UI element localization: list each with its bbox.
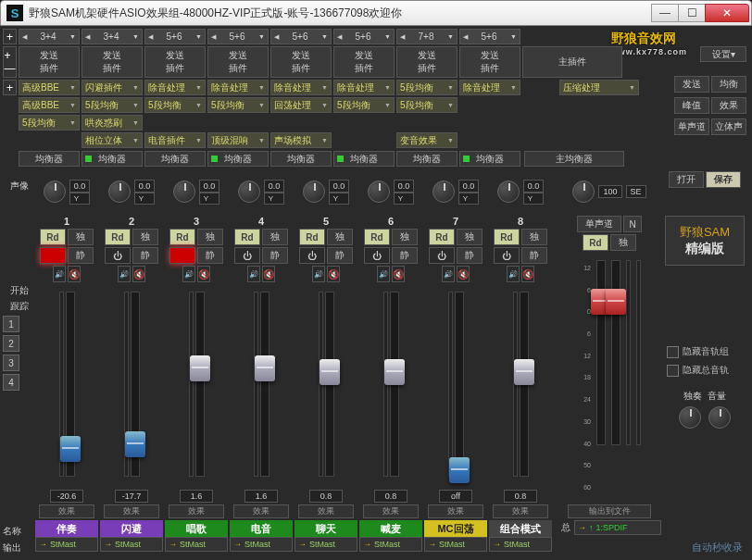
io-select-2[interactable]: ◀3+4▼: [81, 29, 143, 44]
rec-button-3[interactable]: [169, 247, 195, 264]
fx-button-7[interactable]: 效果: [428, 504, 483, 518]
track-num-4[interactable]: 4: [3, 374, 19, 391]
fx-slot-1-2[interactable]: 5段均衡▼: [19, 115, 80, 131]
fx-slot-2-3[interactable]: 相位立体▼: [81, 132, 143, 148]
mute-icon[interactable]: 🔇: [521, 266, 534, 282]
pan-knob-8[interactable]: [497, 180, 520, 203]
channel-output-3[interactable]: StMast: [165, 537, 228, 552]
fx-slot-3-3[interactable]: 电音插件▼: [144, 132, 206, 148]
mute-button-6[interactable]: 静: [392, 247, 418, 264]
rec-button-6[interactable]: ⏻: [364, 247, 390, 264]
eq-toggle-2[interactable]: 均衡器: [81, 151, 143, 167]
send-plugin-3[interactable]: 发送插件: [144, 46, 206, 78]
fx-slot-4-1[interactable]: 5段均衡▼: [207, 97, 269, 113]
fx-slot-3-0[interactable]: 除音处理▼: [144, 80, 206, 95]
master-solo-button[interactable]: 独: [610, 234, 636, 251]
fx-add-0[interactable]: +: [3, 80, 17, 95]
mute-icon[interactable]: 🔇: [262, 266, 275, 282]
master-fader-r[interactable]: [611, 260, 620, 445]
fx-slot-7-3[interactable]: 变音效果▼: [396, 132, 457, 148]
fx-slot-2-2[interactable]: 哄炎惑刷▼: [81, 115, 143, 131]
rec-button-1[interactable]: [40, 247, 66, 264]
io-select-7[interactable]: ◀7+8▼: [396, 29, 457, 44]
track-num-2[interactable]: 2: [3, 335, 19, 352]
channel-output-6[interactable]: StMast: [359, 537, 422, 552]
rd-button-7[interactable]: Rd: [429, 229, 455, 245]
rec-button-2[interactable]: ⏻: [105, 247, 131, 264]
eq-toggle-8[interactable]: 均衡器: [459, 151, 520, 167]
pan-knob-2[interactable]: [108, 180, 131, 203]
mute-button-3[interactable]: 静: [197, 247, 223, 264]
fx-button-2[interactable]: 效果: [104, 504, 159, 518]
io-select-4[interactable]: ◀5+6▼: [207, 29, 269, 44]
speaker-icon[interactable]: 🔊: [118, 266, 131, 282]
fader-8[interactable]: [520, 292, 529, 477]
solo-button-7[interactable]: 独: [457, 229, 483, 245]
mute-button-1[interactable]: 静: [68, 247, 94, 264]
channel-name-4[interactable]: 电音: [230, 520, 293, 537]
io-select-6[interactable]: ◀5+6▼: [333, 29, 395, 44]
channel-name-3[interactable]: 唱歌: [165, 520, 228, 537]
send-plugin-6[interactable]: 发送插件: [333, 46, 395, 78]
rbtn-4[interactable]: 单声道: [674, 118, 709, 135]
mute-button-4[interactable]: 静: [262, 247, 288, 264]
send-plugin-2[interactable]: 发送插件: [81, 46, 143, 78]
fx-slot-6-0[interactable]: 除音处理▼: [333, 80, 395, 95]
fx-slot-4-0[interactable]: 除音处理▼: [207, 80, 269, 95]
fx-slot-7-1[interactable]: 5段均衡▼: [396, 97, 457, 113]
fx-button-4[interactable]: 效果: [233, 504, 289, 518]
mute-button-7[interactable]: 静: [457, 247, 483, 264]
fx-slot-5-3[interactable]: 声场模拟▼: [270, 132, 332, 148]
solo-button-1[interactable]: 独: [68, 229, 94, 245]
main-eq[interactable]: 主均衡器: [524, 151, 624, 167]
fx-button-3[interactable]: 效果: [169, 504, 224, 518]
fader-3[interactable]: [195, 292, 205, 477]
rec-button-7[interactable]: ⏻: [429, 247, 455, 264]
pan-knob-4[interactable]: [238, 180, 260, 203]
fx-slot-7-0[interactable]: 5段均衡▼: [396, 80, 457, 95]
solo-button-6[interactable]: 独: [392, 229, 418, 245]
fx-button-5[interactable]: 效果: [298, 504, 354, 518]
rbtn-3[interactable]: 效果: [711, 97, 746, 114]
rd-button-1[interactable]: Rd: [40, 229, 66, 245]
fx-button-8[interactable]: 效果: [493, 504, 548, 518]
track-num-3[interactable]: 3: [3, 355, 19, 371]
track-num-1[interactable]: 1: [3, 316, 19, 332]
fader-6[interactable]: [390, 292, 399, 477]
close-button[interactable]: ✕: [705, 4, 749, 22]
master-fx[interactable]: 压缩处理▼: [559, 80, 639, 95]
master-rd-button[interactable]: Rd: [583, 234, 608, 251]
pan-knob-5[interactable]: [303, 180, 325, 203]
channel-name-6[interactable]: 喊麦: [359, 520, 422, 537]
rd-button-8[interactable]: Rd: [494, 229, 520, 245]
speaker-icon[interactable]: 🔊: [507, 266, 520, 282]
speaker-icon[interactable]: 🔊: [182, 266, 195, 282]
fx-slot-5-1[interactable]: 回荡处理▼: [270, 97, 332, 113]
fx-slot-2-1[interactable]: 5段均衡▼: [81, 97, 143, 113]
send-plugin-5[interactable]: 发送插件: [270, 46, 332, 78]
open-button[interactable]: 打开: [669, 171, 704, 188]
fx-slot-4-3[interactable]: 顶级混响▼: [207, 132, 269, 148]
pan-knob-6[interactable]: [368, 180, 390, 203]
send-plugin-4[interactable]: 发送插件: [207, 46, 269, 78]
rd-button-6[interactable]: Rd: [364, 229, 390, 245]
add-remove-send[interactable]: +—: [3, 46, 17, 78]
mute-icon[interactable]: 🔇: [392, 266, 405, 282]
fx-slot-8-0[interactable]: 除音处理▼: [459, 80, 520, 95]
mute-button-2[interactable]: 静: [132, 247, 158, 264]
channel-output-4[interactable]: StMast: [230, 537, 293, 552]
mute-icon[interactable]: 🔇: [197, 266, 210, 282]
mute-button-8[interactable]: 静: [521, 247, 547, 264]
hide-track-group-checkbox[interactable]: 隐藏音轨组: [667, 345, 743, 358]
maximize-button[interactable]: ☐: [678, 4, 706, 22]
main-plugin[interactable]: 主插件: [522, 46, 622, 78]
channel-output-8[interactable]: StMast: [489, 537, 552, 552]
rd-button-3[interactable]: Rd: [169, 229, 195, 245]
io-select-1[interactable]: ◀3+4▼: [19, 29, 80, 44]
fader-5[interactable]: [325, 292, 334, 477]
solo-button-8[interactable]: 独: [521, 229, 547, 245]
fx-button-6[interactable]: 效果: [363, 504, 419, 518]
fader-4[interactable]: [260, 292, 269, 477]
fx-slot-6-1[interactable]: 5段均衡▼: [333, 97, 395, 113]
pan-knob-1[interactable]: [44, 180, 66, 203]
